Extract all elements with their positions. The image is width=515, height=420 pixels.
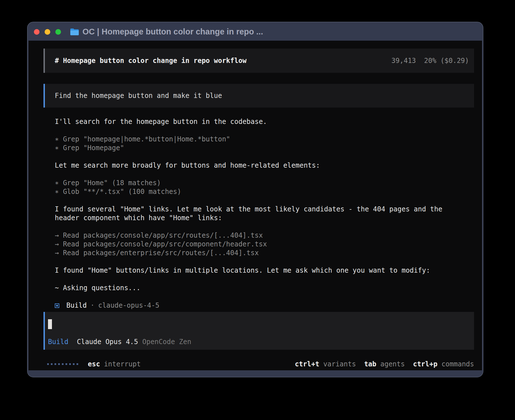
agent-badge-name: Build [66,301,87,310]
minimize-button[interactable] [45,29,50,35]
spinner-dot [62,363,64,365]
shortcut-key: tab [364,360,376,368]
close-button[interactable] [34,29,40,35]
spinner-dot [47,363,49,365]
session-header: # Homepage button color change in repo w… [43,49,474,73]
text-cursor [48,319,52,329]
transcript-line [55,292,475,301]
prompt-input[interactable]: Build Claude Opus 4.5 OpenCode Zen [43,312,474,350]
input-mode-row: Build Claude Opus 4.5 OpenCode Zen [48,338,191,346]
spinner-dot [73,363,75,365]
session-title: # Homepage button color change in repo w… [55,57,246,65]
transcript-line: → Read packages/console/app/src/routes/[… [55,231,475,240]
status-bar: esc interrupt ctrl+t variants tab agents… [43,360,474,368]
transcript-line: → Read packages/enterprise/src/routes/[.… [55,249,475,257]
spinner-dot [54,363,56,365]
terminal-content: # Homepage button color change in repo w… [29,41,482,370]
transcript-line: I'll search for the homepage button in t… [55,117,475,126]
user-message-text: Find the homepage button and make it blu… [55,92,222,100]
interrupt-label: interrupt [104,360,141,368]
model-label: Claude Opus 4.5 [77,338,138,346]
agent-badge: Build · claude-opus-4-5 [55,301,475,310]
transcript-line [55,257,475,266]
spinner-dot [66,363,67,365]
spinner-dot [58,363,60,365]
transcript-line: → Read packages/console/app/src/componen… [55,240,475,249]
window-titlebar[interactable]: OC | Homepage button color change in rep… [28,22,483,41]
transcript-line [55,152,475,161]
user-message: Find the homepage button and make it blu… [43,84,474,108]
agent-square-icon [55,303,59,308]
transcript-line: Let me search more broadly for buttons a… [55,161,475,170]
agent-badge-separator: · [90,301,94,310]
spinner-dot [77,363,78,365]
shortcut-agents: tab agents [364,360,405,368]
status-left: esc interrupt [43,360,141,368]
transcript-line: ~ Asking questions... [55,284,475,292]
spinner-dot [69,363,71,365]
shortcut-key: ctrl+t [295,360,319,368]
transcript-line [55,196,475,205]
shortcut-label: commands [441,360,474,368]
spinner-dot [51,363,53,365]
provider-label: OpenCode Zen [142,338,191,346]
transcript-line [55,222,475,231]
shortcut-commands: ctrl+p commands [413,360,474,368]
mode-label[interactable]: Build [48,338,68,346]
transcript-line: I found several "Home" links. Let me loo… [55,205,475,214]
folder-icon [70,28,79,36]
window-title: OC | Homepage button color change in rep… [82,27,263,36]
shortcut-label: variants [323,360,356,368]
transcript-line [55,126,475,135]
transcript-line [55,170,475,179]
shortcut-variants: ctrl+t variants [295,360,356,368]
terminal-window: OC | Homepage button color change in rep… [27,22,483,377]
transcript-line: ∗ Grep "homepage|home.*button|Home.*butt… [55,135,475,144]
zoom-button[interactable] [55,29,61,35]
shortcut-key: ctrl+p [413,360,438,368]
spinner-dots-icon [47,363,78,365]
transcript-line: ∗ Grep "Home" (18 matches) [55,179,475,187]
transcript-line: I found "Home" buttons/links in multiple… [55,266,475,275]
esc-key-label: esc [88,360,100,368]
token-count: 39,413 [391,57,416,65]
transcript-line: ∗ Glob "**/*.tsx" (100 matches) [55,187,475,196]
transcript-line [55,275,475,284]
shortcut-label: agents [380,360,405,368]
transcript-line: header component which have "Home" links… [55,214,475,222]
transcript: I'll search for the homepage button in t… [55,117,475,310]
context-cost: 20% ($0.29) [424,57,469,65]
status-shortcuts: ctrl+t variants tab agents ctrl+p comman… [295,360,474,368]
session-stats: 39,413 20% ($0.29) [391,57,469,65]
transcript-line: ∗ Grep "Homepage" [55,144,475,152]
agent-badge-model: claude-opus-4-5 [98,301,160,310]
